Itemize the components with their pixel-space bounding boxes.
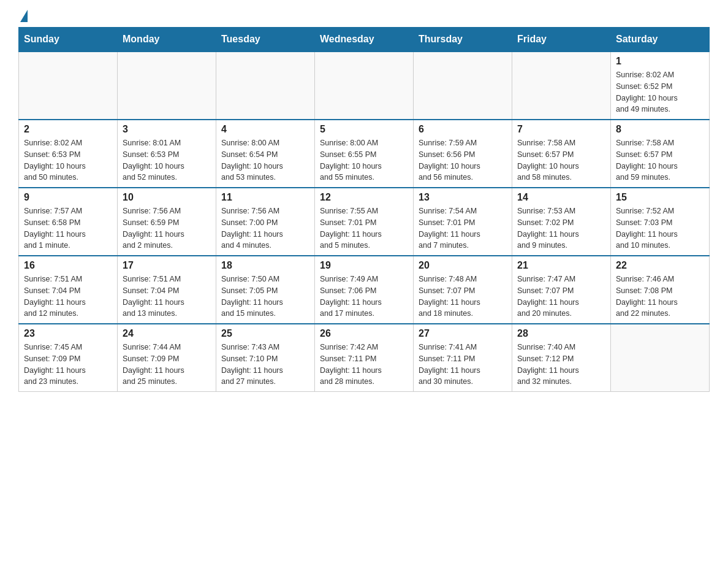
calendar-cell: 4Sunrise: 8:00 AM Sunset: 6:54 PM Daylig… [216,120,315,188]
calendar-cell: 27Sunrise: 7:41 AM Sunset: 7:11 PM Dayli… [414,324,512,392]
calendar-cell: 20Sunrise: 7:48 AM Sunset: 7:07 PM Dayli… [414,256,512,324]
day-number: 18 [221,260,309,271]
logo-triangle-icon [20,10,28,22]
day-number: 6 [419,124,507,135]
day-info: Sunrise: 7:56 AM Sunset: 6:59 PM Dayligh… [123,205,211,251]
day-info: Sunrise: 7:40 AM Sunset: 7:12 PM Dayligh… [517,342,605,388]
calendar-cell: 28Sunrise: 7:40 AM Sunset: 7:12 PM Dayli… [512,324,611,392]
day-number: 21 [517,260,605,271]
calendar-cell: 13Sunrise: 7:54 AM Sunset: 7:01 PM Dayli… [414,188,512,256]
day-number: 8 [616,124,704,135]
day-info: Sunrise: 7:54 AM Sunset: 7:01 PM Dayligh… [419,205,507,251]
day-number: 12 [320,192,408,203]
day-number: 5 [320,124,408,135]
day-number: 7 [517,124,605,135]
day-number: 9 [24,192,112,203]
day-number: 11 [221,192,309,203]
day-info: Sunrise: 7:58 AM Sunset: 6:57 PM Dayligh… [517,137,605,183]
day-info: Sunrise: 7:53 AM Sunset: 7:02 PM Dayligh… [517,205,605,251]
day-info: Sunrise: 8:00 AM Sunset: 6:54 PM Dayligh… [221,137,309,183]
day-number: 17 [123,260,211,271]
calendar-cell [118,52,216,120]
day-number: 1 [616,56,704,67]
day-number: 22 [616,260,704,271]
day-number: 3 [123,124,211,135]
day-number: 4 [221,124,309,135]
calendar-cell: 15Sunrise: 7:52 AM Sunset: 7:03 PM Dayli… [611,188,710,256]
calendar-cell [611,324,710,392]
calendar-cell: 8Sunrise: 7:58 AM Sunset: 6:57 PM Daylig… [611,120,710,188]
calendar-cell [216,52,315,120]
calendar-cell: 10Sunrise: 7:56 AM Sunset: 6:59 PM Dayli… [118,188,216,256]
logo [18,12,28,21]
weekday-header-saturday: Saturday [611,28,710,52]
day-info: Sunrise: 7:51 AM Sunset: 7:04 PM Dayligh… [123,274,211,320]
calendar-table: SundayMondayTuesdayWednesdayThursdayFrid… [18,27,710,392]
day-number: 25 [221,328,309,339]
calendar-cell: 26Sunrise: 7:42 AM Sunset: 7:11 PM Dayli… [315,324,414,392]
page-header [18,12,710,21]
calendar-cell [414,52,512,120]
weekday-header-sunday: Sunday [19,28,118,52]
calendar-cell: 24Sunrise: 7:44 AM Sunset: 7:09 PM Dayli… [118,324,216,392]
day-info: Sunrise: 7:52 AM Sunset: 7:03 PM Dayligh… [616,205,704,251]
day-number: 20 [419,260,507,271]
day-info: Sunrise: 7:49 AM Sunset: 7:06 PM Dayligh… [320,274,408,320]
calendar-cell: 18Sunrise: 7:50 AM Sunset: 7:05 PM Dayli… [216,256,315,324]
weekday-header-tuesday: Tuesday [216,28,315,52]
calendar-cell: 5Sunrise: 8:00 AM Sunset: 6:55 PM Daylig… [315,120,414,188]
calendar-cell: 21Sunrise: 7:47 AM Sunset: 7:07 PM Dayli… [512,256,611,324]
day-info: Sunrise: 7:47 AM Sunset: 7:07 PM Dayligh… [517,274,605,320]
calendar-cell: 19Sunrise: 7:49 AM Sunset: 7:06 PM Dayli… [315,256,414,324]
calendar-cell [19,52,118,120]
calendar-cell: 17Sunrise: 7:51 AM Sunset: 7:04 PM Dayli… [118,256,216,324]
day-number: 19 [320,260,408,271]
day-info: Sunrise: 7:58 AM Sunset: 6:57 PM Dayligh… [616,137,704,183]
calendar-cell: 3Sunrise: 8:01 AM Sunset: 6:53 PM Daylig… [118,120,216,188]
day-info: Sunrise: 7:42 AM Sunset: 7:11 PM Dayligh… [320,342,408,388]
day-info: Sunrise: 8:00 AM Sunset: 6:55 PM Dayligh… [320,137,408,183]
day-info: Sunrise: 7:43 AM Sunset: 7:10 PM Dayligh… [221,342,309,388]
day-number: 26 [320,328,408,339]
weekday-header-friday: Friday [512,28,611,52]
day-number: 16 [24,260,112,271]
day-info: Sunrise: 7:51 AM Sunset: 7:04 PM Dayligh… [24,274,112,320]
day-number: 28 [517,328,605,339]
day-info: Sunrise: 7:46 AM Sunset: 7:08 PM Dayligh… [616,274,704,320]
day-number: 23 [24,328,112,339]
calendar-cell: 1Sunrise: 8:02 AM Sunset: 6:52 PM Daylig… [611,52,710,120]
day-info: Sunrise: 8:01 AM Sunset: 6:53 PM Dayligh… [123,137,211,183]
day-number: 24 [123,328,211,339]
calendar-cell [315,52,414,120]
day-info: Sunrise: 7:41 AM Sunset: 7:11 PM Dayligh… [419,342,507,388]
weekday-header-row: SundayMondayTuesdayWednesdayThursdayFrid… [19,28,710,52]
calendar-week-row: 1Sunrise: 8:02 AM Sunset: 6:52 PM Daylig… [19,52,710,120]
weekday-header-thursday: Thursday [414,28,512,52]
calendar-cell: 12Sunrise: 7:55 AM Sunset: 7:01 PM Dayli… [315,188,414,256]
day-info: Sunrise: 7:55 AM Sunset: 7:01 PM Dayligh… [320,205,408,251]
day-info: Sunrise: 8:02 AM Sunset: 6:53 PM Dayligh… [24,137,112,183]
calendar-cell: 11Sunrise: 7:56 AM Sunset: 7:00 PM Dayli… [216,188,315,256]
day-number: 2 [24,124,112,135]
day-info: Sunrise: 7:44 AM Sunset: 7:09 PM Dayligh… [123,342,211,388]
calendar-cell: 7Sunrise: 7:58 AM Sunset: 6:57 PM Daylig… [512,120,611,188]
day-info: Sunrise: 7:50 AM Sunset: 7:05 PM Dayligh… [221,274,309,320]
day-info: Sunrise: 7:48 AM Sunset: 7:07 PM Dayligh… [419,274,507,320]
calendar-cell: 9Sunrise: 7:57 AM Sunset: 6:58 PM Daylig… [19,188,118,256]
day-info: Sunrise: 7:45 AM Sunset: 7:09 PM Dayligh… [24,342,112,388]
day-number: 27 [419,328,507,339]
calendar-cell [512,52,611,120]
day-info: Sunrise: 8:02 AM Sunset: 6:52 PM Dayligh… [616,69,704,115]
calendar-week-row: 16Sunrise: 7:51 AM Sunset: 7:04 PM Dayli… [19,256,710,324]
day-number: 13 [419,192,507,203]
calendar-cell: 6Sunrise: 7:59 AM Sunset: 6:56 PM Daylig… [414,120,512,188]
day-info: Sunrise: 7:59 AM Sunset: 6:56 PM Dayligh… [419,137,507,183]
calendar-cell: 14Sunrise: 7:53 AM Sunset: 7:02 PM Dayli… [512,188,611,256]
calendar-week-row: 9Sunrise: 7:57 AM Sunset: 6:58 PM Daylig… [19,188,710,256]
day-number: 14 [517,192,605,203]
day-info: Sunrise: 7:56 AM Sunset: 7:00 PM Dayligh… [221,205,309,251]
day-info: Sunrise: 7:57 AM Sunset: 6:58 PM Dayligh… [24,205,112,251]
calendar-cell: 22Sunrise: 7:46 AM Sunset: 7:08 PM Dayli… [611,256,710,324]
weekday-header-wednesday: Wednesday [315,28,414,52]
calendar-week-row: 23Sunrise: 7:45 AM Sunset: 7:09 PM Dayli… [19,324,710,392]
